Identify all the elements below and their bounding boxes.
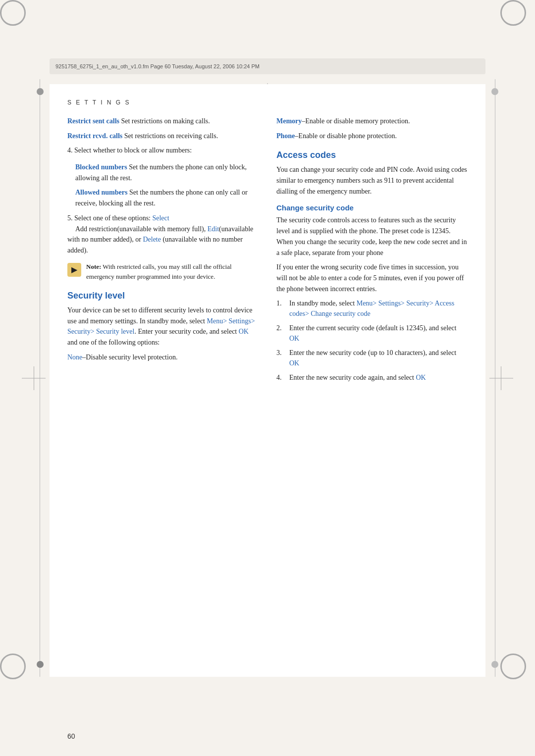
restrict-rcvd-calls-item: Restrict rcvd. calls Set restrictions on… [67,131,259,142]
none-text: –Disable security level protection. [82,353,177,361]
security-level-none: None–Disable security level protection. [67,352,259,363]
restrict-rcvd-calls-link: Restrict rcvd. calls [67,132,122,140]
restrict-sent-calls-link: Restrict sent calls [67,117,119,125]
note-body: With restricted calls, you may still cal… [86,263,232,280]
gear-circle-tr [500,0,526,26]
step4-ok: OK [416,374,426,381]
step4-text: Select whether to block or allow numbers… [73,147,192,154]
step1-item: 1. In standby mode, select Menu> Setting… [276,298,468,319]
step5-add-restriction: Add restriction [75,225,117,233]
left-column: Restrict sent calls Set restrictions on … [67,116,259,387]
step5-text-pre: Select one of these options: [74,214,152,222]
security-level-heading: Security level [67,291,259,301]
step2-text: Enter the current security code (default… [289,323,468,344]
restrict-sent-calls-item: Restrict sent calls Set restrictions on … [67,116,259,127]
step1-text: In standby mode, select Menu> Settings> … [289,298,468,319]
crosshair-right-h [489,378,513,378]
step3-item: 3. Enter the new security code (up to 10… [276,348,468,368]
blocked-numbers-item: Blocked numbers Set the numbers the phon… [75,162,259,183]
allowed-numbers-item: Allowed numbers Set the numbers the phon… [75,187,259,208]
step3-ok: OK [289,359,299,367]
none-link: None [67,353,82,361]
access-codes-heading: Access codes [276,150,468,160]
change-security-code-body1: The security code controls access to fea… [276,215,468,258]
memory-item: Memory–Enable or disable memory protecti… [276,116,468,127]
steps-list: 1. In standby mode, select Menu> Setting… [276,298,468,383]
step1-link: Menu> Settings> Security> Access codes> … [289,300,454,317]
dot-br [491,661,498,668]
memory-text: –Enable or disable memory protection. [302,117,410,125]
note-box: ▶ Note: With restricted calls, you may s… [67,262,259,282]
security-level-body: Your device can be set to different secu… [67,305,259,348]
two-col-layout: Restrict sent calls Set restrictions on … [67,116,468,387]
gear-circle-tl [0,0,26,26]
change-security-code-body2: If you enter the wrong security code fiv… [276,262,468,294]
dot-bl [37,661,44,668]
crosshair-left-h [22,378,46,378]
restrict-sent-calls-body: Set restrictions on making calls. [119,117,210,125]
phone-text: –Enable or disable phone protection. [295,132,397,140]
security-level-ok-link: OK [239,328,249,335]
page: 9251758_6275i_1_en_au_oth_v1.0.fm Page 6… [0,0,535,756]
restrict-rcvd-calls-body: Set restrictions on receiving calls. [122,132,218,140]
phone-item: Phone–Enable or disable phone protection… [276,131,468,142]
step2-num: 2. [276,323,285,344]
step4-item: 4. Select whether to block or allow numb… [67,145,259,156]
restrict-rcvd-calls-text: Restrict rcvd. calls Set restrictions on… [67,131,259,142]
restrict-sent-calls-text: Restrict sent calls Set restrictions on … [67,116,259,127]
step5-edit-link: Edit [208,225,219,233]
right-column: Memory–Enable or disable memory protecti… [276,116,468,387]
step4-right-num: 4. [276,372,285,383]
blocked-numbers-link: Blocked numbers [75,163,127,171]
access-codes-body: You can change your security code and PI… [276,164,468,197]
dot-tr [491,88,498,95]
step4-right-text: Enter the new security code again, and s… [289,372,426,383]
note-icon: ▶ [67,263,81,277]
phone-link: Phone [276,132,295,140]
note-label: Note: [86,263,101,270]
header-bar: 9251758_6275i_1_en_au_oth_v1.0.fm Page 6… [50,58,485,74]
allowed-numbers-link: Allowed numbers [75,189,127,196]
step5-select-link: Select [152,214,169,222]
step4-right-item: 4. Enter the new security code again, an… [276,372,468,383]
step1-num: 1. [276,298,285,319]
step2-ok: OK [289,335,299,342]
page-number: 60 [67,732,75,740]
step5-suffix1: (unavailable with memory full), [117,225,207,233]
step5-delete-link: Delete [143,236,161,243]
memory-link: Memory [276,117,302,125]
section-label: S e t t i n g s [67,99,468,106]
dot-tl [37,88,44,95]
step5-num: 5. [67,214,73,222]
gear-circle-br [500,654,526,679]
step4-num: 4. [67,147,73,154]
security-level-menu-link: Menu> Settings> Security> Security level [67,317,255,336]
step5-item: 5. Select one of these options: Select A… [67,213,259,256]
change-security-code-heading: Change security code [276,203,468,212]
file-info: 9251758_6275i_1_en_au_oth_v1.0.fm Page 6… [55,63,260,69]
gear-circle-bl [0,654,26,679]
note-text: Note: With restricted calls, you may sti… [86,262,259,282]
step3-num: 3. [276,348,285,368]
content-area: S e t t i n g s Restrict sent calls Set … [50,84,485,677]
step2-item: 2. Enter the current security code (defa… [276,323,468,344]
step3-text: Enter the new security code (up to 10 ch… [289,348,468,368]
